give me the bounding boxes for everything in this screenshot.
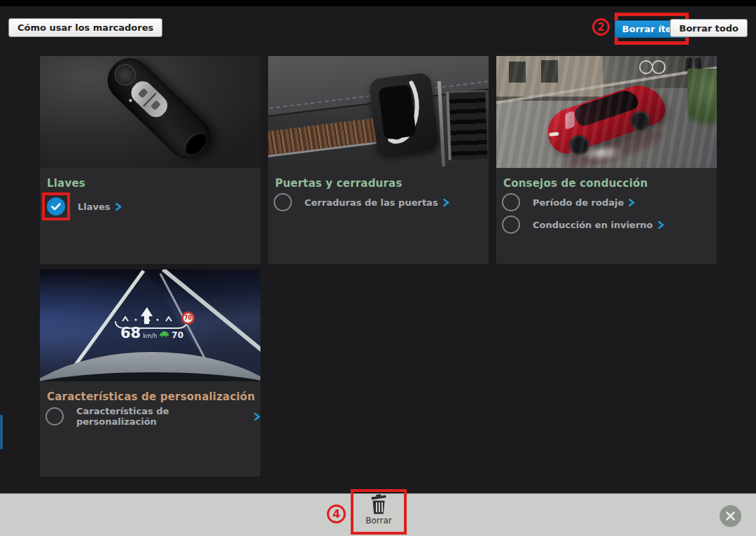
key-button-panel — [127, 77, 172, 121]
annotation-step-2: 2 — [592, 18, 610, 36]
door-air-vent — [446, 90, 487, 160]
delete-action-label: Borrar — [365, 516, 392, 526]
card-personalizacion: 68 km/h 70 70 Características de persona… — [40, 269, 260, 477]
bookmark-item-personalizacion[interactable]: Características de personalización — [46, 406, 260, 427]
suv-window-glint — [565, 111, 575, 130]
card-puertas: Puertas y cerraduras Cerraduras de las p… — [268, 56, 489, 264]
suv-headlamp — [549, 132, 559, 136]
building-window — [541, 60, 558, 83]
curb-line — [496, 61, 717, 106]
pedestrian — [694, 57, 702, 76]
delete-action-button[interactable]: Borrar — [351, 489, 407, 535]
card-title-personalizacion: Características de personalización — [47, 390, 260, 403]
bookmark-link-llaves[interactable]: Llaves — [78, 202, 111, 212]
annotation-box-checkbox — [42, 192, 70, 220]
key-ring-hole — [180, 128, 211, 159]
checkbox-cerraduras[interactable] — [274, 193, 292, 211]
bookmarks-screen: Cómo usar los marcadores 2 Borrar ítem B… — [0, 0, 756, 536]
check-icon — [51, 203, 61, 211]
suv-wheel — [567, 133, 592, 158]
chevron-right-icon — [629, 199, 635, 206]
bookmark-link-rodaje[interactable]: Período de rodaje — [533, 197, 624, 208]
key-fob-shape — [99, 56, 218, 167]
street-building — [496, 56, 603, 101]
door-handle-bezel — [369, 72, 440, 156]
cruise-car-icon — [159, 330, 169, 338]
bicycle-wheel — [652, 60, 666, 74]
hud-speed-readout: 68 km/h 70 — [113, 326, 190, 341]
suv-roof-glass — [573, 87, 640, 128]
hud-night-road-image: 68 km/h 70 70 — [40, 269, 260, 381]
annotation-step-4: 4 — [327, 505, 346, 523]
red-suv — [542, 78, 670, 159]
delete-all-button[interactable]: Borrar todo — [670, 19, 748, 37]
bookmark-item-cerraduras[interactable]: Cerraduras de las puertas — [274, 192, 489, 212]
trash-icon — [370, 494, 388, 515]
bookmark-item-rodaje[interactable]: Período de rodaje — [502, 192, 717, 212]
pedestrian — [685, 57, 692, 75]
street-sidewalk — [603, 56, 717, 88]
suv-wheel — [628, 108, 653, 134]
checkbox-invierno[interactable] — [502, 216, 520, 234]
key-unlock-button — [150, 100, 161, 111]
chevron-right-icon — [443, 199, 449, 206]
close-icon — [725, 511, 736, 521]
chevron-right-icon — [658, 221, 664, 229]
card-title-consejos: Consejos de conducción — [503, 177, 717, 190]
bookmark-item-invierno[interactable]: Conducción en invierno — [502, 215, 717, 234]
chevron-right-icon — [254, 413, 260, 421]
building-window — [509, 62, 526, 83]
card-consejos: Consejos de conducción Período de rodaje… — [496, 56, 717, 264]
door-handle-image — [268, 56, 489, 168]
street-tree — [687, 69, 717, 136]
bookmark-item-llaves[interactable]: 3 Llaves — [46, 192, 260, 220]
hud-speed-value: 68 — [120, 326, 141, 341]
hud-speed-unit: km/h — [143, 333, 157, 339]
checkbox-personalizacion[interactable] — [46, 407, 64, 425]
how-to-use-bookmarks-button[interactable]: Cómo usar los marcadores — [8, 18, 162, 37]
speed-limit-sign: 70 — [181, 311, 195, 325]
bookmark-link-invierno[interactable]: Conducción en invierno — [533, 220, 653, 230]
top-black-strip — [0, 0, 756, 6]
bicycle-wheel — [639, 60, 653, 74]
close-action-bar-button[interactable] — [720, 505, 741, 527]
card-title-puertas: Puertas y cerraduras — [275, 177, 489, 190]
card-llaves: Llaves 3 Llaves — [40, 56, 260, 264]
left-edge-blue-marker — [0, 415, 3, 449]
key-lock-button — [138, 88, 148, 99]
key-fob-image — [40, 56, 260, 168]
checkbox-rodaje[interactable] — [502, 193, 520, 211]
chevron-right-icon — [115, 203, 122, 211]
key-indicator-dot — [129, 99, 133, 103]
card-title-llaves: Llaves — [47, 177, 260, 190]
bookmark-link-cerraduras[interactable]: Cerraduras de las puertas — [304, 197, 438, 208]
car-reflection — [560, 125, 666, 168]
checkbox-llaves-checked[interactable] — [47, 197, 65, 216]
water-spray — [579, 144, 624, 161]
hud-assist-speed: 70 — [172, 330, 183, 340]
door-handle-chrome — [369, 72, 440, 156]
red-suv-image — [496, 56, 717, 168]
bookmark-link-personalizacion[interactable]: Características de personalización — [76, 406, 249, 427]
